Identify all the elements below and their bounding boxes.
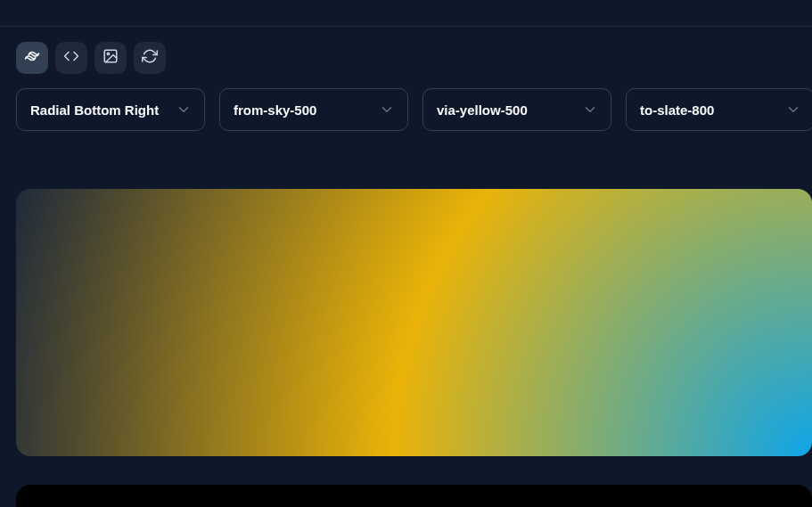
image-tab[interactable] <box>94 42 127 74</box>
image-icon <box>103 48 119 68</box>
chevron-down-icon <box>379 102 395 118</box>
chevron-down-icon <box>785 102 801 118</box>
from-color-select[interactable]: from-sky-500 <box>219 88 408 131</box>
chevron-down-icon <box>176 102 192 118</box>
mode-tabs <box>16 42 812 74</box>
via-color-select[interactable]: via-yellow-500 <box>422 88 611 131</box>
svg-point-1 <box>107 53 109 54</box>
code-icon <box>63 48 79 68</box>
code-tab[interactable] <box>55 42 87 74</box>
shuffle-tab[interactable] <box>134 42 166 74</box>
code-output-panel <box>16 485 812 507</box>
preview-area <box>16 131 812 507</box>
gradient-controls: Radial Bottom Right from-sky-500 via-yel… <box>16 88 812 131</box>
top-divider <box>0 0 812 27</box>
gradient-preview <box>16 189 812 456</box>
tailwind-icon <box>24 48 40 68</box>
refresh-icon <box>142 48 158 68</box>
to-color-label: to-slate-800 <box>640 102 714 118</box>
direction-select[interactable]: Radial Bottom Right <box>16 88 205 131</box>
via-color-label: via-yellow-500 <box>437 102 528 118</box>
tailwind-tab[interactable] <box>16 42 48 74</box>
chevron-down-icon <box>582 102 598 118</box>
main-content: Radial Bottom Right from-sky-500 via-yel… <box>0 27 812 507</box>
to-color-select[interactable]: to-slate-800 <box>626 88 812 131</box>
from-color-label: from-sky-500 <box>234 102 316 118</box>
direction-select-label: Radial Bottom Right <box>30 102 159 118</box>
